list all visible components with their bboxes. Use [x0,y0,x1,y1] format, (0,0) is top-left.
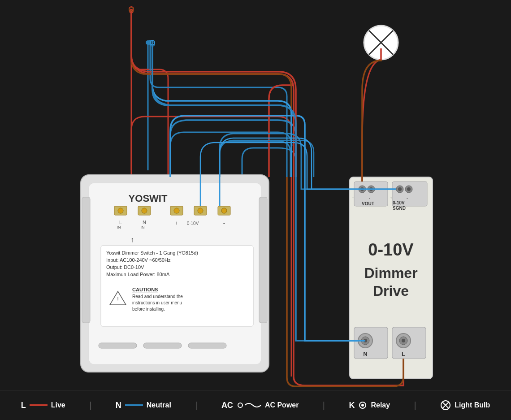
legend-neutral-prefix: N [116,401,121,410]
svg-text:Read and understand the: Read and understand the [132,294,183,299]
legend-light-bulb: Light Bulb [440,400,490,411]
svg-rect-39 [259,197,267,323]
legend-light-bulb-label: Light Bulb [455,401,490,409]
legend-sep-3: | [323,400,325,411]
svg-text:+: + [390,196,392,200]
relay-symbol [358,401,367,410]
svg-text:-: - [223,220,225,226]
svg-text:Output: DC0-10V: Output: DC0-10V [106,264,144,270]
legend: L Live | N Neutral | AC AC Power | K Rel… [0,390,511,420]
svg-text:SGND: SGND [393,206,406,211]
legend-live-label: Live [51,401,65,409]
svg-rect-38 [82,197,90,323]
svg-text:IN: IN [117,225,121,229]
svg-text:0-10V: 0-10V [393,200,405,205]
svg-text:↑: ↑ [130,236,134,243]
svg-point-14 [198,208,203,213]
svg-text:instructions in user menu: instructions in user menu [132,300,182,305]
svg-point-52 [407,187,411,191]
svg-point-8 [118,208,123,213]
svg-text:N: N [363,351,367,357]
legend-sep-2: | [195,400,197,411]
brand-logo: YOSWIT [129,193,168,204]
legend-relay: K Relay [349,401,390,410]
svg-rect-35 [99,343,137,348]
svg-text:-: - [407,196,408,200]
svg-point-75 [238,403,243,407]
svg-point-68 [402,339,405,342]
svg-text:IN: IN [141,225,145,229]
legend-relay-prefix: K [349,401,355,410]
light-bulb-legend-icon [440,400,451,411]
svg-text:L: L [402,351,405,357]
legend-relay-label: Relay [371,401,390,409]
legend-neutral-line [125,404,143,406]
legend-live: L Live [21,401,65,410]
svg-rect-36 [143,343,182,348]
legend-ac-prefix: AC [221,401,233,410]
legend-sep-1: | [89,400,91,411]
svg-text:CAUTIONS: CAUTIONS [132,287,158,292]
legend-live-line [30,404,48,406]
svg-text:L: L [119,220,122,225]
svg-text:!: ! [117,296,119,303]
svg-text:0-10V: 0-10V [187,221,199,226]
svg-text:+: + [175,220,178,226]
legend-neutral: N Neutral [116,401,171,410]
svg-point-16 [221,208,227,213]
legend-ac-label: AC Power [265,401,299,409]
legend-neutral-label: Neutral [147,401,171,409]
svg-point-78 [361,404,364,407]
svg-text:Dimmer: Dimmer [364,265,417,281]
legend-ac: AC AC Power [221,401,299,410]
svg-point-50 [398,187,402,191]
svg-rect-37 [188,343,226,348]
svg-text:Maximun Load Power: 80mA: Maximun Load Power: 80mA [106,272,170,277]
svg-text:+: + [352,196,354,200]
svg-text:before installing.: before installing. [132,307,165,312]
svg-point-10 [142,208,147,213]
ac-symbol [237,401,261,410]
svg-text:N: N [143,220,146,225]
legend-sep-4: | [414,400,416,411]
svg-point-12 [174,208,179,213]
legend-live-prefix: L [21,401,26,410]
svg-text:-: - [369,196,370,200]
model-text: Yoswit Dimmer Switch - 1 Gang (YO815d) [106,250,198,255]
svg-text:Drive: Drive [373,283,409,299]
svg-text:0-10V: 0-10V [368,240,414,259]
svg-text:Input: AC100-240V ~60/50Hz: Input: AC100-240V ~60/50Hz [106,257,171,263]
svg-text:VOUT: VOUT [362,201,374,206]
